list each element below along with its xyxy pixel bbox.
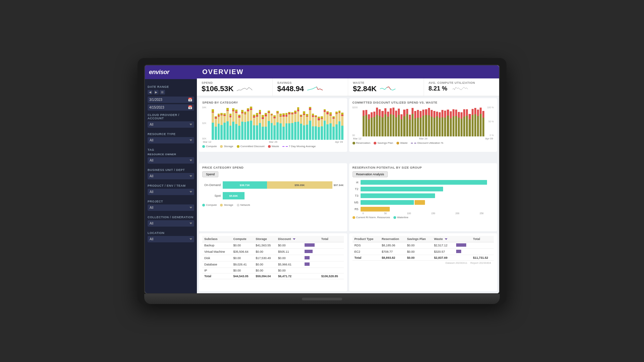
bar-segment xyxy=(241,122,244,140)
bar-segment xyxy=(212,113,214,123)
reservation-table: Product Type Reservation Savings Plan Wa… xyxy=(353,236,494,261)
cloud-provider-select[interactable]: All xyxy=(148,121,194,128)
bar-stack xyxy=(265,113,267,140)
committed-dot xyxy=(237,145,239,148)
bar-segment xyxy=(326,124,329,140)
res-bars: i4 T2 xyxy=(353,180,494,212)
dataset-label: Dataset 20230411 xyxy=(445,261,467,264)
spend-by-category-panel: SPEND BY CATEGORY $4K $2K $0K xyxy=(199,98,347,152)
committed-legend: Reservation Savings Plan Waste xyxy=(353,141,494,144)
bar-segment xyxy=(220,115,223,125)
rds-reservation: $8,185.06 xyxy=(380,242,405,248)
date-end-row[interactable]: 4/15/2023 📅 xyxy=(148,104,194,111)
legend-savings-plan: Savings Plan xyxy=(374,141,393,144)
committed-bar-stack xyxy=(477,110,479,136)
resource-type-select[interactable]: All xyxy=(148,137,194,143)
committed-bar-segment xyxy=(406,114,408,136)
bar-stack xyxy=(318,117,320,140)
bar-segment xyxy=(238,126,240,140)
bar-segment xyxy=(232,122,234,140)
committed-bar-segment xyxy=(368,114,370,119)
date-cal-btn[interactable]: ⊞ xyxy=(160,90,165,95)
cloud-provider-label: CLOUD PROVIDER / ACCOUNT xyxy=(148,113,194,120)
cd-x-apr09: Apr 09 xyxy=(485,137,493,140)
product-env-select[interactable]: All xyxy=(148,189,194,195)
location-select[interactable]: All xyxy=(148,236,194,242)
t2-teal-bar xyxy=(361,187,443,191)
bar-segment xyxy=(279,114,282,116)
date-start-row[interactable]: 3/1/2023 📅 xyxy=(148,97,194,103)
committed-bar-segment xyxy=(450,118,452,136)
bar-stack xyxy=(226,108,229,140)
vm-compute: $35,506.64 xyxy=(231,248,254,255)
bar-segment xyxy=(312,117,314,126)
bar-segment xyxy=(329,123,332,140)
bar-segment xyxy=(253,118,255,126)
committed-bar-stack xyxy=(474,108,476,136)
bar-segment xyxy=(273,125,276,140)
committed-bar-segment xyxy=(452,116,454,136)
t3-teal-bar xyxy=(361,193,435,198)
col-discount: Discount xyxy=(276,236,301,242)
committed-bar-stack xyxy=(444,111,446,136)
date-back-btn[interactable]: ◀ xyxy=(148,90,153,95)
legend-reservation-label: Reservation xyxy=(356,141,371,144)
committed-bar-segment xyxy=(450,111,452,118)
m5-teal-bar xyxy=(361,200,414,205)
bar-segment xyxy=(300,117,302,124)
business-unit-label: BUSINESS UNIT / DEPT xyxy=(148,168,194,172)
committed-bar-segment xyxy=(390,108,392,114)
bar-segment xyxy=(282,117,285,127)
committed-bar-segment xyxy=(428,108,430,115)
committed-title: COMMITTED DISCOUNT UTILIZED SPEND VS. WA… xyxy=(353,101,494,104)
disk-storage: $17,530.49 xyxy=(254,255,276,261)
committed-bar-stack xyxy=(373,112,375,136)
bar-segment xyxy=(291,123,293,140)
logo-area: envisor xyxy=(145,65,197,79)
spend-sparkline xyxy=(236,85,253,93)
committed-bar-stack xyxy=(455,110,457,136)
db-compute: $9,026.41 xyxy=(231,261,254,267)
committed-bar-segment xyxy=(425,109,427,115)
cd-x-mar26: Mar 26 xyxy=(419,137,427,140)
bar-stack xyxy=(232,108,234,140)
sidebar: envisor DATE RANGE ◀ ▶ ⊞ 3/1/2023 📅 4/15… xyxy=(145,65,197,293)
committed-bar-segment xyxy=(392,115,394,136)
bar-stack xyxy=(335,112,338,140)
rt-total-row: Total $8,893.82 $0.00 $2,837.69 $11,731.… xyxy=(353,255,494,260)
savings-sparkline xyxy=(307,85,323,93)
committed-bar-stack xyxy=(433,111,435,136)
report-label: Report 20230404 xyxy=(470,261,491,264)
cd-y-right-top: 100 % xyxy=(487,106,494,109)
date-fwd-btn[interactable]: ▶ xyxy=(154,90,159,95)
committed-bar-segment xyxy=(409,115,411,120)
committed-bar-stack xyxy=(420,111,422,136)
collection-select[interactable]: All xyxy=(148,220,194,227)
bar-stack xyxy=(218,114,220,140)
collection-label: COLLECTION / GENERATION xyxy=(148,216,194,219)
project-select[interactable]: All xyxy=(148,204,194,211)
rt-col-product: Product Type xyxy=(353,236,380,242)
committed-bar-segment xyxy=(414,111,416,118)
spend-chart-area xyxy=(212,106,344,140)
rt-total-total: $11,731.52 xyxy=(471,255,494,260)
bar-segment xyxy=(229,126,232,140)
committed-bar-segment xyxy=(422,110,424,116)
committed-bar-segment xyxy=(447,110,449,116)
on-demand-total: $97.84K xyxy=(334,181,344,189)
rt-row-rds: RDS $8,185.06 $0.00 $2,517.12 xyxy=(353,242,494,248)
m5-yellow-bar xyxy=(415,200,425,205)
cd-waste-dot xyxy=(396,142,399,144)
resource-owner-select[interactable]: All xyxy=(148,157,194,164)
bar-stack xyxy=(215,116,217,140)
spend-button[interactable]: Spend xyxy=(202,171,218,177)
sort-discount-icon xyxy=(293,238,296,240)
committed-bar-segment xyxy=(431,110,433,117)
ec2-bar xyxy=(456,250,461,253)
metric-spend: SPEND $106.53K xyxy=(197,78,273,96)
reservation-analysis-btn[interactable]: Reservation Analysis xyxy=(353,171,388,177)
tag-label: TAG xyxy=(148,148,194,152)
business-unit-select[interactable]: All xyxy=(148,173,194,179)
committed-bar-segment xyxy=(384,114,386,136)
rds-total xyxy=(471,242,494,248)
